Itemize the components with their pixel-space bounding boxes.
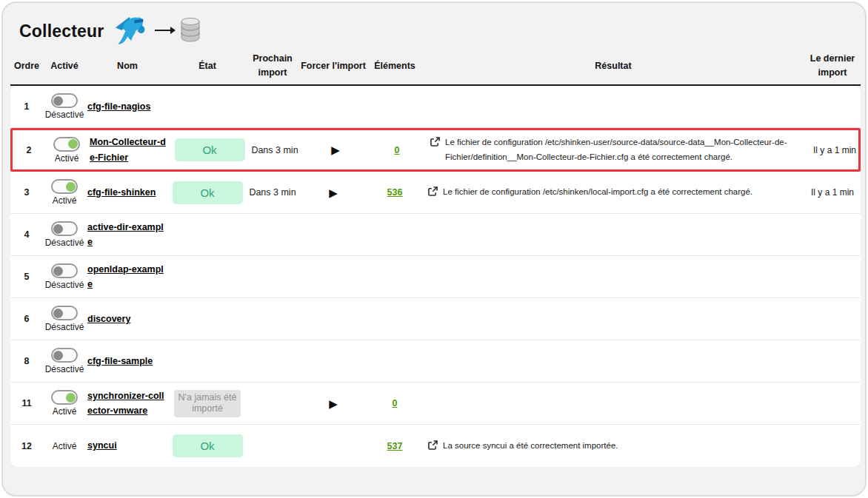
table-row: 12 Activé syncui Ok ▶ 537 La source sync… <box>10 425 861 467</box>
toggle-knob <box>53 351 63 360</box>
active-toggle[interactable] <box>51 221 78 236</box>
next-import-text <box>246 272 299 281</box>
active-toggle-label: Activé <box>53 195 77 206</box>
arrow-right-icon <box>154 24 176 38</box>
active-toggle[interactable] <box>51 390 78 405</box>
active-toggle-label: Désactivé <box>45 322 84 332</box>
collector-name-link[interactable]: discovery <box>87 312 130 327</box>
result-text: La source syncui a été correctement impo… <box>443 439 618 454</box>
collector-name-link[interactable]: synchronizer-collector-vmware <box>87 388 167 419</box>
elements-count-link[interactable]: 537 <box>387 441 403 451</box>
toggle-knob <box>53 309 63 318</box>
database-icon <box>179 17 201 45</box>
last-import-text <box>804 442 861 451</box>
active-toggle-label: Activé <box>53 406 77 417</box>
collector-name-link[interactable]: openldap-example <box>87 262 167 292</box>
table-row: 8 Désactivé cfg-file-sample ▶ <box>10 340 861 383</box>
shinken-ninja-icon <box>113 13 151 50</box>
external-link-icon[interactable] <box>428 186 438 198</box>
active-toggle-label: Activé <box>55 153 79 164</box>
active-toggle[interactable] <box>51 93 78 108</box>
last-import-text <box>804 357 861 366</box>
table-row: 4 Désactivé active-dir-example ▶ <box>10 214 861 256</box>
table-row: 11 Activé synchronizer-collector-vmware … <box>10 383 861 425</box>
collector-name-link[interactable]: Mon-Collecteur-de-Fichier <box>90 135 170 165</box>
next-import-text <box>246 102 299 111</box>
active-toggle[interactable] <box>51 348 78 363</box>
state-badge: Ok <box>175 138 245 161</box>
last-import-text <box>804 399 861 408</box>
table-row: 6 Désactivé discovery ▶ <box>10 298 861 340</box>
elements-count-link[interactable]: 0 <box>395 145 400 155</box>
column-header-active: Activé <box>43 52 86 80</box>
toggle-knob <box>53 96 63 106</box>
force-import-button[interactable]: ▶ <box>329 398 338 409</box>
table-row: 2 Activé Mon-Collecteur-de-Fichier Ok Da… <box>10 128 861 172</box>
last-import-text <box>804 314 861 323</box>
order-number: 3 <box>10 183 43 202</box>
external-link-icon[interactable] <box>428 440 438 452</box>
column-header-elements: Éléments <box>367 52 422 80</box>
next-import-text <box>246 230 299 239</box>
active-toggle-label: Désactivé <box>45 364 84 374</box>
toggle-knob <box>66 393 76 403</box>
column-header-forcer-import: Forcer l'import <box>299 52 367 80</box>
column-header-resultat: Résultat <box>422 52 804 80</box>
active-toggle-label: Désactivé <box>45 238 84 248</box>
column-header-nom: Nom <box>86 52 169 80</box>
external-link-icon[interactable] <box>430 137 440 149</box>
collector-table: 1 Désactivé cfg-file-nagios ▶ 2 Activé <box>10 86 861 467</box>
result-text: Le fichier de configuration /etc/shinken… <box>445 135 805 164</box>
table-row: 3 Activé cfg-file-shinken Ok Dans 3 min … <box>10 172 861 214</box>
next-import-text <box>246 399 299 408</box>
last-import-text: Il y a 1 min <box>804 183 861 202</box>
toggle-knob <box>68 139 78 149</box>
column-header-prochain-import: Prochain import <box>246 52 299 80</box>
order-number: 4 <box>10 225 43 244</box>
collector-name-link[interactable]: cfg-file-sample <box>87 354 153 369</box>
active-toggle[interactable] <box>53 137 80 152</box>
elements-count-link[interactable]: 0 <box>393 398 398 408</box>
order-number: 2 <box>13 141 45 160</box>
collector-name-link[interactable]: syncui <box>87 438 117 454</box>
column-header-etat: État <box>169 52 246 80</box>
table-row: 1 Désactivé cfg-file-nagios ▶ <box>10 86 861 128</box>
state-badge: Ok <box>173 181 243 204</box>
state-badge: Ok <box>173 434 243 457</box>
toggle-knob <box>66 182 76 192</box>
last-import-text: Il y a 1 min <box>807 141 861 160</box>
next-import-text <box>246 442 299 451</box>
column-header-ordre: Ordre <box>10 52 43 80</box>
active-toggle[interactable] <box>51 306 78 320</box>
elements-count-link[interactable]: 536 <box>387 187 403 198</box>
last-import-text <box>804 272 861 281</box>
next-import-text: Dans 3 min <box>248 141 301 160</box>
order-number: 6 <box>10 309 43 329</box>
force-import-button[interactable]: ▶ <box>329 187 338 198</box>
next-import-text <box>246 314 299 323</box>
result-text: Le fichier de configuration /etc/shinken… <box>443 185 752 200</box>
next-import-text <box>246 357 299 366</box>
active-toggle-label: Désactivé <box>45 110 84 120</box>
state-badge: N'a jamais été importé <box>174 390 241 417</box>
active-toggle[interactable] <box>51 179 78 194</box>
toggle-knob <box>53 266 63 276</box>
page-title: Collecteur <box>19 21 104 41</box>
active-toggle-label: Activé <box>53 441 77 451</box>
table-header-row: Ordre Activé Nom État Prochain import Fo… <box>10 50 861 84</box>
collector-name-link[interactable]: cfg-file-nagios <box>87 99 150 115</box>
last-import-text <box>804 230 861 239</box>
next-import-text: Dans 3 min <box>246 183 299 202</box>
order-number: 12 <box>10 437 43 456</box>
order-number: 8 <box>10 351 43 371</box>
table-row: 5 Désactivé openldap-example ▶ <box>10 256 861 298</box>
active-toggle[interactable] <box>51 263 78 278</box>
collector-name-link[interactable]: active-dir-example <box>87 220 167 250</box>
force-import-button[interactable]: ▶ <box>331 144 340 155</box>
order-number: 1 <box>10 97 43 116</box>
order-number: 11 <box>10 394 43 413</box>
toggle-knob <box>53 224 63 234</box>
collector-panel: Collecteur <box>1 1 867 497</box>
collector-name-link[interactable]: cfg-file-shinken <box>87 185 156 201</box>
active-toggle-label: Désactivé <box>45 280 84 290</box>
